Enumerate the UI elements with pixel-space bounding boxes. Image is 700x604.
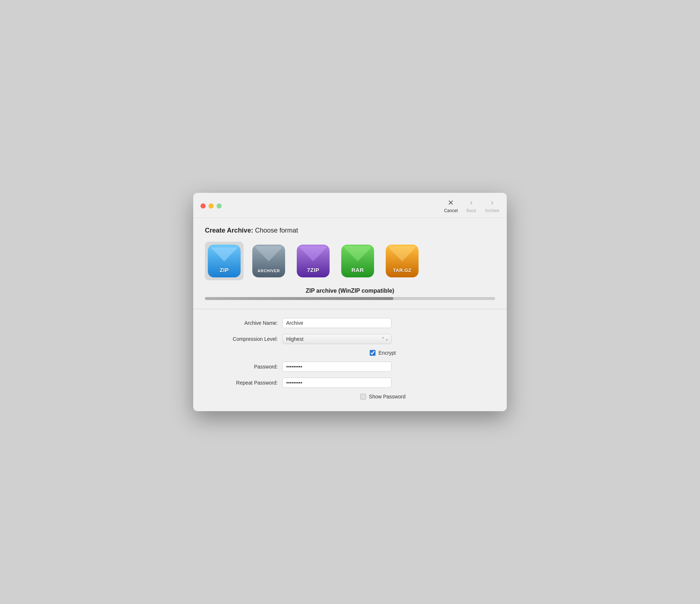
repeat-password-row: Repeat Password: [212,378,488,388]
titlebar: ✕ Cancel ‹ Back › Archive [193,193,507,218]
toolbar-buttons: ✕ Cancel ‹ Back › Archive [444,199,499,213]
back-button[interactable]: ‹ Back [466,199,476,213]
progress-bar [205,297,495,300]
repeat-password-label: Repeat Password: [212,380,278,386]
back-label: Back [466,208,476,213]
compression-select-wrapper: Lowest Low Normal High Highest ⌃⌄ [282,334,392,344]
zip-label: ZIP [220,267,229,273]
rar-icon: RAR [341,245,374,277]
format-item-archiver[interactable]: ARCHIVER [249,242,288,280]
archive-icon: › [488,199,496,207]
repeat-password-input[interactable] [282,378,392,388]
show-password-checkbox[interactable] [360,394,366,400]
format-item-7zip[interactable]: 7ZIP [294,242,332,280]
format-item-rar[interactable]: RAR [338,242,377,280]
compression-select[interactable]: Lowest Low Normal High Highest [282,334,392,344]
7zip-label: 7ZIP [307,267,319,273]
rar-label: RAR [351,267,364,273]
section-divider [193,309,507,309]
compression-row: Compression Level: Lowest Low Normal Hig… [212,334,488,344]
header-suffix: Choose format [255,227,298,234]
content-area: Create Archive: Choose format [193,218,507,411]
page-header: Create Archive: Choose format [205,227,495,234]
archive-name-row: Archive Name: [212,318,488,328]
traffic-lights [201,203,222,209]
form-area: Archive Name: Compression Level: Lowest … [205,318,495,400]
encrypt-label[interactable]: Encrypt [378,350,396,356]
archive-name-input[interactable] [282,318,392,328]
targz-label: TAR.GZ [393,268,411,273]
encrypt-row: Encrypt [278,350,488,356]
cancel-button[interactable]: ✕ Cancel [444,199,458,213]
header-prefix: Create Archive: [205,227,253,234]
zip-icon: ZIP [208,245,241,277]
format-item-zip[interactable]: ZIP [205,242,244,280]
compression-label: Compression Level: [212,336,278,342]
archiver-icon: ARCHIVER [252,245,285,277]
minimize-button[interactable] [209,203,214,209]
password-row: Password: [212,362,488,372]
7zip-icon: 7ZIP [297,245,330,277]
close-button[interactable] [201,203,206,209]
targz-icon: TAR.GZ [386,245,419,277]
back-icon: ‹ [467,199,475,207]
archive-button[interactable]: › Archive [485,199,499,213]
archive-label: Archive [485,208,499,213]
main-window: ✕ Cancel ‹ Back › Archive Create Archive… [193,193,507,411]
password-input[interactable] [282,362,392,372]
encrypt-checkbox[interactable] [370,350,376,356]
maximize-button[interactable] [217,203,222,209]
cancel-icon: ✕ [447,199,455,207]
progress-fill [205,297,393,300]
format-icons: ZIP [205,242,495,280]
format-description: ZIP archive (WinZIP compatible) [205,288,495,294]
password-label: Password: [212,364,278,370]
format-item-targz[interactable]: TAR.GZ [383,242,421,280]
show-password-row: Show Password [278,394,488,400]
show-password-label[interactable]: Show Password [369,394,405,400]
archive-name-label: Archive Name: [212,320,278,326]
archiver-label: ARCHIVER [257,269,280,273]
cancel-label: Cancel [444,208,458,213]
